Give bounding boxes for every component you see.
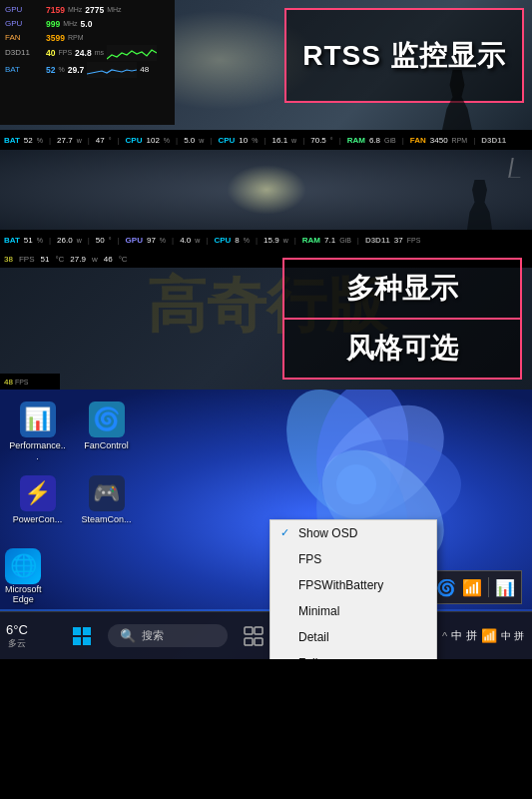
desktop-icon-fancontrol[interactable]: 🌀 FanControl (74, 398, 139, 467)
systray-fan-icon[interactable]: 🌀 (436, 578, 456, 597)
steamcon-label: SteamCon... (81, 514, 131, 525)
systray-right: 📶 (481, 628, 497, 643)
hw-label-gpu: GPU (5, 4, 43, 16)
search-text: 搜索 (142, 628, 164, 643)
ctx-detail[interactable]: Detail (270, 624, 436, 650)
ctx-full-label: Full (298, 656, 317, 659)
ctx-fps[interactable]: FPS (270, 546, 436, 572)
mb-bat-w: 27.7 (57, 136, 73, 145)
network-icon[interactable]: 📶 (481, 628, 497, 643)
mb-ram-label: RAM (347, 136, 365, 145)
desktop-icon-performance[interactable]: 📊 Performance... (5, 398, 70, 467)
svg-rect-14 (255, 638, 263, 645)
desktop-icon-powercon[interactable]: ⚡ PowerCon... (5, 471, 70, 541)
svg-rect-11 (245, 627, 253, 634)
mb-fan-label: FAN (410, 136, 426, 145)
fps-val: 38 (4, 255, 13, 264)
hw-label-bat: BAT (5, 64, 43, 76)
ctx-show-osd-label: Show OSD (298, 526, 357, 540)
rtss-annotation-box: RTSS 监控显示 (284, 8, 524, 103)
desktop-icon-edge[interactable]: 🌐 MicrosoftEdge (5, 548, 42, 604)
performance-label: Performance... (9, 440, 66, 462)
mini-graph-2 (87, 62, 137, 78)
mb2-gpu-w: 4.0 (180, 236, 191, 245)
ime-label[interactable]: 中 (451, 628, 462, 643)
hw-monitor-overlay: GPU 7159 MHz 2775 MHz GPU 999 MHz 5.0 FA… (0, 0, 175, 125)
mb2-cpu-v: 8 (235, 236, 239, 245)
annotation-boxes: 多种显示 风格可选 (282, 258, 522, 380)
temp2-val: 46 (104, 255, 113, 264)
hw-val-gpu-1: 7159 (46, 4, 65, 17)
ctx-show-osd[interactable]: Show OSD (270, 520, 436, 546)
hw-extra: 48 (140, 64, 149, 76)
clock-time: 中 拼 (501, 629, 524, 642)
mb2-w1: 26.0 (57, 236, 73, 245)
svg-rect-12 (255, 627, 263, 634)
mb-cpu2-w: 16.1 (272, 136, 288, 145)
mini-graph (107, 45, 157, 61)
windows-button[interactable] (64, 618, 100, 654)
clock[interactable]: 中 拼 (501, 629, 524, 642)
hw-val-gpu-2: 2775 (85, 4, 104, 17)
show-hidden-icon[interactable]: ^ (442, 630, 447, 642)
taskbar: 6°C 多云 🔍 搜索 (0, 611, 532, 659)
pinyin-label[interactable]: 拼 (466, 628, 477, 643)
hw-val-bat: 52 (46, 64, 55, 77)
rtss-title: RTSS 监控显示 (302, 37, 505, 75)
mb-cpu2-val: 10 (239, 136, 248, 145)
systray-sep2 (488, 577, 489, 597)
mb2-d3d-v: 37 (394, 236, 403, 245)
ctx-minimal[interactable]: Minimal (270, 598, 436, 624)
svg-rect-7 (73, 627, 81, 635)
hw-val-gpu3: 999 (46, 18, 60, 31)
desktop-icon-steamcon[interactable]: 🎮 SteamCon... (74, 471, 139, 541)
monitor-bar-2: BAT 51 % | 26.0 w | 50 ° | GPU 97 % | 4.… (0, 230, 532, 250)
annotation-box-1: 多种显示 (282, 258, 522, 319)
svg-rect-9 (73, 637, 81, 645)
hw-val-fan: 3599 (46, 32, 65, 45)
taskbar-weather[interactable]: 6°C 多云 (0, 622, 34, 650)
svg-rect-8 (83, 627, 91, 635)
svg-rect-10 (83, 637, 91, 645)
ctx-fpswithbattery-label: FPSWithBattery (298, 578, 383, 592)
mb-bat-label: BAT (4, 136, 20, 145)
steamcon-icon: 🎮 (89, 475, 125, 511)
ctx-detail-label: Detail (298, 630, 329, 644)
temp-val: 51 (40, 255, 49, 264)
mid-game-section (0, 150, 532, 230)
mb2-bat: BAT (4, 236, 20, 245)
powercon-icon: ⚡ (20, 475, 56, 511)
fps-bar-bottom: 48 FPS (0, 374, 60, 390)
mb2-cpu-w: 15.9 (264, 236, 279, 245)
desktop-section: 📊 Performance... 🌀 FanControl ⚡ PowerCon… (0, 390, 532, 659)
systray-wifi-icon[interactable]: 📶 (462, 578, 482, 597)
hw-label-fan: FAN (5, 32, 43, 44)
fps-bottom-val: 48 (4, 378, 13, 387)
hw-val-d3d-ms: 24.8 (75, 47, 92, 60)
svg-rect-13 (245, 638, 253, 645)
top-game-section: GPU 7159 MHz 2775 MHz GPU 999 MHz 5.0 FA… (0, 0, 532, 130)
mb-d3d-label: D3D11 (481, 136, 506, 145)
mb2-ram: RAM (302, 236, 320, 245)
hw-val-bat-w: 29.7 (68, 64, 85, 77)
systray-bar-icon[interactable]: 📊 (495, 578, 515, 597)
task-view-button[interactable] (236, 618, 271, 654)
hw-val-gpu4: 5.0 (81, 18, 93, 31)
hw-label-gpu2: GPU (5, 18, 43, 30)
mb2-d3d: D3D11 (365, 236, 390, 245)
powercon-label: PowerCon... (13, 514, 63, 525)
anno-text-1: 多种显示 (346, 273, 458, 304)
ctx-full[interactable]: Full (270, 650, 436, 659)
w-val: 27.9 (70, 255, 86, 264)
mb-cpu-val: 102 (146, 136, 159, 145)
mb-cpu-w: 5.0 (184, 136, 195, 145)
annotation-section: 高奇行版 38 FPS 51 °C 27.9 w 46 °C 多种显示 风格可选… (0, 250, 532, 390)
svg-point-6 (336, 464, 376, 504)
mb2-cpu: CPU (214, 236, 231, 245)
search-icon: 🔍 (120, 628, 136, 643)
mb-fan-val: 3450 (430, 136, 448, 145)
taskbar-search[interactable]: 🔍 搜索 (108, 624, 228, 647)
ctx-fpswithbattery[interactable]: FPSWithBattery (270, 572, 436, 598)
anno-text-2: 风格可选 (346, 333, 458, 364)
mb2-bat-v: 51 (24, 236, 33, 245)
